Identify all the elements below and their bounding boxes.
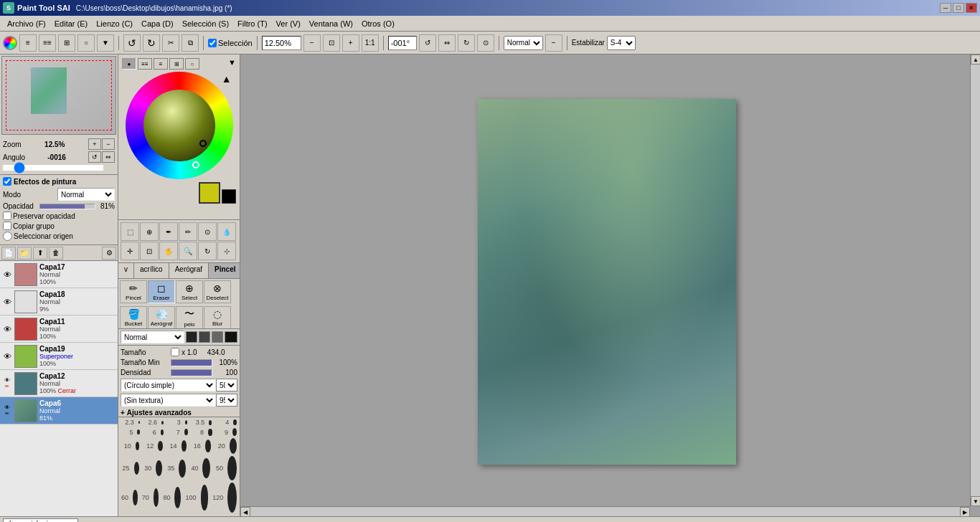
color-circle-btn[interactable] xyxy=(3,36,17,50)
brush-tab-v[interactable]: v xyxy=(118,263,134,278)
layer-vis-capa19[interactable]: 👁 xyxy=(1,351,13,362)
dot-5[interactable] xyxy=(137,430,140,435)
mode-select[interactable]: Normal xyxy=(57,188,115,201)
dot-25[interactable] xyxy=(134,462,139,475)
maximize-button[interactable]: □ xyxy=(953,3,964,13)
brush-shape-4[interactable] xyxy=(225,331,237,343)
brush-shape-1[interactable] xyxy=(186,331,197,343)
tb-btn-3[interactable]: ⊞ xyxy=(58,34,75,52)
scroll-v-down-btn[interactable]: ▼ xyxy=(971,496,980,506)
texture-val-select[interactable]: 95 xyxy=(216,394,237,407)
dot-14[interactable] xyxy=(182,440,187,452)
brush-tab-acrilico[interactable]: acrílico xyxy=(134,263,169,278)
rot-reset-btn[interactable]: ⊙ xyxy=(477,34,494,52)
canvas-scroll-vertical[interactable]: ▲ ▼ xyxy=(970,54,980,506)
dot-60[interactable] xyxy=(133,490,138,506)
select-lasso-tool[interactable]: ⊕ xyxy=(140,222,159,241)
tb-btn-5[interactable]: ▼ xyxy=(97,34,114,52)
color-wheel-container[interactable]: ▲ xyxy=(126,72,233,179)
blend-mode-select[interactable]: Normal xyxy=(504,36,543,50)
brush-shape-2[interactable] xyxy=(199,331,210,343)
menu-lienzo[interactable]: Lienzo (C) xyxy=(92,18,137,29)
dot-35b[interactable] xyxy=(179,460,186,478)
eyedropper-tool[interactable]: 💧 xyxy=(217,222,236,241)
minimize-button[interactable]: ─ xyxy=(940,3,951,13)
tb-btn-undo[interactable]: ↺ xyxy=(123,34,141,52)
layer-vis-capa12[interactable]: 👁✏ xyxy=(1,378,13,389)
dot-40[interactable] xyxy=(202,458,210,478)
color-list-format-btn[interactable]: ≡ xyxy=(154,58,168,70)
color-circle-format-btn[interactable]: ● xyxy=(122,58,136,70)
dot-6[interactable] xyxy=(161,430,164,435)
pen-tool[interactable]: ✒ xyxy=(159,222,178,241)
background-color-swatch[interactable] xyxy=(222,189,236,204)
dot-35[interactable] xyxy=(209,420,212,425)
zoom-actual-btn[interactable]: 1:1 xyxy=(362,34,379,52)
layer-vis-capa11[interactable]: 👁 xyxy=(1,323,13,335)
menu-filtro[interactable]: Filtro (T) xyxy=(233,18,272,29)
select-rect-tool[interactable]: ⬚ xyxy=(121,222,139,241)
brush-sub-pelo[interactable]: 〜 pelo xyxy=(176,306,203,329)
menu-ventana[interactable]: Ventana (W) xyxy=(305,18,357,29)
selection-checkbox-label[interactable]: Selección xyxy=(208,39,253,47)
dot-120[interactable] xyxy=(227,483,237,513)
layer-item-capa19[interactable]: 👁 Capa19 Superponer 100% xyxy=(0,343,118,370)
dot-20[interactable] xyxy=(230,438,237,454)
file-tab-hanamisha[interactable]: hanamisha.jpg 12% xyxy=(3,518,78,523)
layer-vis-capa6[interactable]: 👁✏ xyxy=(1,405,13,417)
dot-10[interactable] xyxy=(136,442,140,450)
tb-btn-redo[interactable]: ↻ xyxy=(143,34,160,52)
dot-9[interactable] xyxy=(232,428,237,436)
dot-50[interactable] xyxy=(227,456,237,480)
menu-archivo[interactable]: Archivo (F) xyxy=(3,18,50,29)
color-options-btn[interactable]: ▼ xyxy=(228,58,236,70)
canvas-scroll-horizontal[interactable]: ◀ ▶ xyxy=(240,506,970,516)
zoom-minus-btn[interactable]: − xyxy=(303,34,321,52)
layer-item-capa18[interactable]: 👁 Capa18 Normal 9% xyxy=(0,288,118,315)
rotation-input[interactable]: -001° xyxy=(388,36,417,50)
layer-options-btn[interactable]: ⚙ xyxy=(102,247,116,260)
tb-btn-4[interactable]: ○ xyxy=(77,34,95,52)
dot-8[interactable] xyxy=(208,429,212,436)
menu-otros[interactable]: Otros (O) xyxy=(357,18,399,29)
brush-tool[interactable]: ✏ xyxy=(179,222,197,241)
fill-tool[interactable]: ⊙ xyxy=(198,222,217,241)
brush-shape-3[interactable] xyxy=(212,331,223,343)
zoom-increase-btn[interactable]: − xyxy=(102,138,115,150)
stabilizer-select[interactable]: S-4 xyxy=(607,36,636,50)
color-block-format-btn[interactable]: ⊞ xyxy=(169,58,184,70)
layer-up-btn[interactable]: ⬆ xyxy=(33,247,47,260)
dot-16[interactable] xyxy=(205,440,211,452)
rot-ccw-btn[interactable]: ↺ xyxy=(419,34,436,52)
extra-tool[interactable]: ⊹ xyxy=(217,242,236,260)
brush-sub-bucket[interactable]: 🪣 Bucket xyxy=(120,306,147,329)
layer-vis-capa18[interactable]: 👁 xyxy=(1,296,13,308)
dot-3[interactable] xyxy=(185,420,188,424)
circle-val-select[interactable]: 50 xyxy=(216,379,237,392)
brush-sub-aerograf[interactable]: 💨 Aerógraf xyxy=(148,306,175,329)
menu-seleccion[interactable]: Selección (S) xyxy=(178,18,233,29)
brush-sub-deselect[interactable]: ⊗ Deselect xyxy=(204,280,231,303)
dot-12[interactable] xyxy=(158,441,162,451)
rotate-tool[interactable]: ↻ xyxy=(198,242,217,260)
zoom-decrease-btn[interactable]: + xyxy=(88,138,101,150)
dot-30[interactable] xyxy=(156,460,162,476)
brush-sub-blur[interactable]: ◌ Blur xyxy=(204,306,231,329)
adv-settings-toggle[interactable]: + xyxy=(121,409,125,417)
zoom-fit-btn[interactable]: ⊡ xyxy=(323,34,340,52)
zoom-plus-btn[interactable]: + xyxy=(342,34,359,52)
brush-normal-select[interactable]: Normal xyxy=(121,331,184,343)
menu-editar[interactable]: Editar (E) xyxy=(50,18,92,29)
brush-tab-aerograf[interactable]: Aerógraf xyxy=(169,263,209,278)
color-wheel-inner[interactable] xyxy=(143,90,215,161)
scroll-v-up-btn[interactable]: ▲ xyxy=(971,54,980,65)
angle-reset-btn[interactable]: ↺ xyxy=(88,151,101,163)
hand-tool[interactable]: ✋ xyxy=(159,242,178,260)
layer-item-capa12[interactable]: 👁✏ Capa12 Normal 100% Cerrar xyxy=(0,370,118,397)
painting-canvas[interactable] xyxy=(478,99,736,465)
color-wheel[interactable] xyxy=(126,72,233,179)
close-button[interactable]: ✕ xyxy=(966,3,977,13)
menu-capa[interactable]: Capa (D) xyxy=(137,18,178,29)
paint-effects-checkbox[interactable] xyxy=(3,177,11,186)
brush-sub-select[interactable]: ⊕ Select xyxy=(176,280,203,303)
